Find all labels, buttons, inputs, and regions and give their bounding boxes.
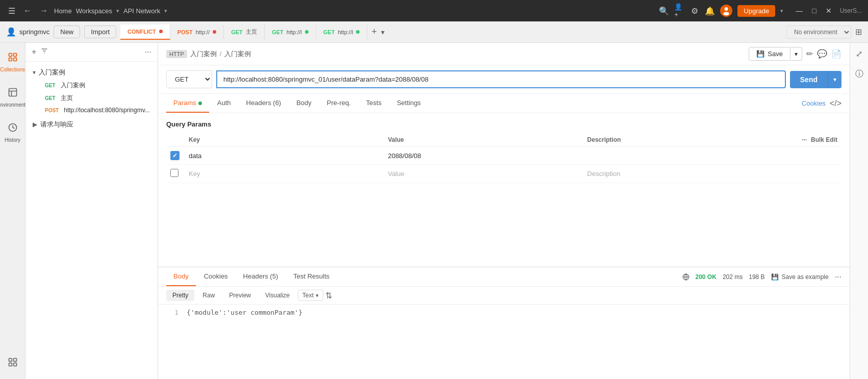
save-button[interactable]: 💾 Save bbox=[749, 47, 790, 61]
tab-headers[interactable]: Headers (6) bbox=[239, 94, 289, 113]
add-user-icon[interactable]: 👤+ bbox=[674, 6, 684, 16]
filter-button[interactable] bbox=[40, 47, 48, 57]
cookies-button[interactable]: Cookies bbox=[802, 99, 826, 107]
send-chevron-button[interactable]: ▾ bbox=[828, 71, 841, 88]
sidebar-item-history[interactable]: History bbox=[2, 119, 23, 146]
tab-tests[interactable]: Tests bbox=[359, 94, 389, 113]
home-link[interactable]: Home bbox=[54, 7, 72, 15]
layout-icon[interactable]: ⊞ bbox=[855, 27, 862, 37]
request-panel: HTTP 入门案例 / 入门案例 💾 Save ▾ ✏ 💬 📄 bbox=[158, 43, 850, 379]
params-row-1-check[interactable]: ✓ bbox=[170, 151, 189, 160]
format-pretty-button[interactable]: Pretty bbox=[166, 290, 194, 301]
tab-body[interactable]: Body bbox=[289, 94, 319, 113]
settings-icon[interactable]: ⚙ bbox=[690, 6, 700, 16]
tree-children-intro: GET 入门案例 GET 主页 POST http://localhost:80… bbox=[30, 79, 154, 116]
format-visualize-button[interactable]: Visualize bbox=[259, 290, 296, 301]
url-input[interactable] bbox=[216, 70, 786, 88]
tab-5[interactable]: GET http://l bbox=[316, 25, 368, 39]
format-type-select[interactable]: Text ▾ bbox=[298, 290, 323, 301]
save-example-label: Save as example bbox=[782, 273, 829, 281]
tab-2-dot bbox=[213, 30, 216, 34]
checkbox-1[interactable]: ✓ bbox=[170, 151, 180, 160]
tab-4[interactable]: GET http://l bbox=[265, 25, 316, 39]
tab-list-chevron[interactable]: ▾ bbox=[381, 28, 385, 36]
sidebar-item-add-workspace[interactable] bbox=[5, 354, 21, 373]
response-tabs: Body Cookies Headers (5) Test Results 20… bbox=[158, 267, 850, 287]
close-button[interactable]: ✕ bbox=[823, 6, 835, 16]
workspaces-chevron: ▾ bbox=[116, 8, 119, 14]
resp-tab-headers[interactable]: Headers (5) bbox=[236, 267, 286, 286]
upgrade-chevron: ▾ bbox=[780, 8, 783, 14]
code-button[interactable]: </> bbox=[830, 99, 841, 108]
format-raw-button[interactable]: Raw bbox=[196, 290, 221, 301]
user-icon: 👤 bbox=[6, 27, 16, 37]
new-button[interactable]: New bbox=[54, 26, 80, 38]
forward-button[interactable]: → bbox=[38, 4, 50, 17]
svg-rect-6 bbox=[9, 89, 16, 96]
checkbox-2[interactable] bbox=[170, 169, 178, 177]
workspace-name: springmvc bbox=[19, 28, 49, 36]
breadcrumb-separator: / bbox=[220, 50, 222, 58]
collections-panel: + ··· ▾ 入门案例 GET 入门案例 GE bbox=[25, 43, 158, 379]
tab-prereq[interactable]: Pre-req. bbox=[320, 94, 358, 113]
send-button[interactable]: Send bbox=[790, 71, 828, 88]
add-tab-button[interactable]: + bbox=[367, 27, 381, 37]
resize-icon[interactable]: ⤢ bbox=[854, 47, 864, 61]
svg-point-0 bbox=[725, 7, 728, 11]
method-badge-get-2: GET bbox=[43, 95, 58, 102]
back-button[interactable]: ← bbox=[21, 4, 34, 17]
params-row-2-desc: Description bbox=[587, 170, 786, 178]
tab-1[interactable]: CONFLICT bbox=[120, 24, 170, 40]
tree-group-request-header[interactable]: ▶ 请求与响应 bbox=[30, 118, 154, 131]
api-network-link[interactable]: API Network bbox=[123, 7, 160, 15]
add-collection-button[interactable]: + bbox=[32, 47, 36, 57]
upgrade-button[interactable]: Upgrade bbox=[737, 5, 775, 17]
response-more-button[interactable]: ··· bbox=[835, 272, 841, 282]
tree-chevron-request: ▶ bbox=[33, 121, 37, 128]
collections-icon bbox=[8, 52, 18, 65]
search-icon[interactable]: 🔍 bbox=[659, 6, 669, 16]
tab-settings[interactable]: Settings bbox=[390, 94, 428, 113]
tree-item-intro-2[interactable]: GET 主页 bbox=[40, 92, 154, 105]
resp-tab-cookies[interactable]: Cookies bbox=[197, 267, 235, 286]
tree-group-intro-header[interactable]: ▾ 入门案例 bbox=[30, 66, 154, 79]
tab-5-url: http://l bbox=[338, 29, 353, 35]
doc-button[interactable]: 📄 bbox=[831, 47, 841, 61]
workspacebar: 👤 springmvc New Import CONFLICT POST htt… bbox=[0, 21, 868, 43]
bell-icon[interactable]: 🔔 bbox=[705, 6, 715, 16]
params-header-row: Key Value Description ··· Bulk Edit bbox=[166, 133, 841, 147]
tab-params[interactable]: Params bbox=[166, 94, 209, 113]
minimize-button[interactable]: — bbox=[793, 6, 806, 16]
edit-button[interactable]: ✏ bbox=[806, 47, 813, 61]
info-icon[interactable]: ⓘ bbox=[853, 67, 865, 82]
comment-button[interactable]: 💬 bbox=[817, 47, 827, 61]
environment-select[interactable]: No environment bbox=[786, 26, 851, 39]
save-chevron-button[interactable]: ▾ bbox=[790, 47, 802, 61]
avatar[interactable] bbox=[720, 5, 732, 17]
method-select[interactable]: GET bbox=[166, 70, 212, 88]
import-button[interactable]: Import bbox=[84, 26, 116, 38]
save-example-button[interactable]: 💾 Save as example bbox=[771, 273, 829, 281]
svg-rect-8 bbox=[9, 359, 12, 362]
tab-2[interactable]: POST http:// bbox=[170, 25, 224, 39]
breadcrumb-collection: 入门案例 bbox=[190, 49, 217, 59]
tree-item-intro-3[interactable]: POST http://localhost:8080/springmv... bbox=[40, 105, 154, 116]
right-sidebar: ⤢ ⓘ bbox=[850, 43, 868, 379]
svg-rect-9 bbox=[13, 359, 16, 362]
menu-icon[interactable]: ☰ bbox=[6, 4, 17, 18]
workspaces-link[interactable]: Workspaces bbox=[76, 7, 112, 15]
maximize-button[interactable]: □ bbox=[809, 6, 819, 16]
tree-item-intro-1[interactable]: GET 入门案例 bbox=[40, 79, 154, 92]
resp-tab-body[interactable]: Body bbox=[166, 267, 196, 286]
tab-3[interactable]: GET 主页 bbox=[224, 24, 265, 40]
sort-button[interactable]: ⇅ bbox=[325, 291, 332, 300]
format-preview-button[interactable]: Preview bbox=[223, 290, 257, 301]
params-row-1-value: 2088/08/08 bbox=[388, 152, 588, 160]
more-collections-button[interactable]: ··· bbox=[145, 47, 151, 57]
sidebar-item-collections[interactable]: Collections bbox=[0, 49, 28, 76]
params-row-2-check[interactable] bbox=[170, 169, 189, 179]
tab-auth[interactable]: Auth bbox=[210, 94, 238, 113]
resp-tab-test-results[interactable]: Test Results bbox=[286, 267, 337, 286]
bulk-edit-label[interactable]: Bulk Edit bbox=[811, 136, 837, 143]
params-table: Key Value Description ··· Bulk Edit ✓ bbox=[166, 133, 841, 183]
